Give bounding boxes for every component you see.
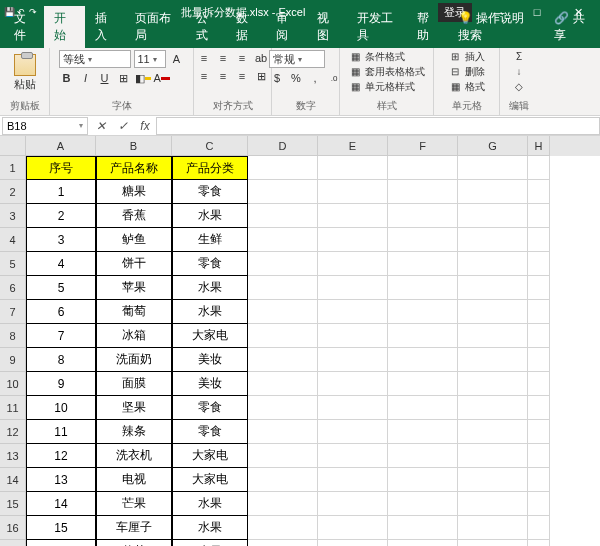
empty-cell[interactable]: [388, 396, 458, 420]
table-cell[interactable]: 9: [26, 372, 96, 396]
table-cell[interactable]: 11: [26, 420, 96, 444]
italic-button[interactable]: I: [78, 70, 94, 86]
table-cell[interactable]: 6: [26, 300, 96, 324]
empty-cell[interactable]: [318, 156, 388, 180]
row-header[interactable]: 17: [0, 540, 26, 546]
empty-cell[interactable]: [388, 156, 458, 180]
empty-cell[interactable]: [318, 180, 388, 204]
empty-cell[interactable]: [528, 420, 550, 444]
row-header[interactable]: 4: [0, 228, 26, 252]
autosum-button[interactable]: Σ: [512, 50, 526, 64]
table-cell[interactable]: 大家电: [172, 324, 248, 348]
paste-button[interactable]: 粘贴: [12, 50, 38, 92]
empty-cell[interactable]: [248, 300, 318, 324]
empty-cell[interactable]: [458, 324, 528, 348]
empty-cell[interactable]: [318, 372, 388, 396]
table-cell[interactable]: 14: [26, 492, 96, 516]
table-cell[interactable]: 坚果: [96, 396, 172, 420]
align-right-icon[interactable]: ≡: [234, 68, 250, 84]
empty-cell[interactable]: [388, 468, 458, 492]
currency-button[interactable]: $: [269, 70, 285, 86]
tab-home[interactable]: 开始: [44, 6, 84, 48]
empty-cell[interactable]: [388, 516, 458, 540]
table-cell[interactable]: 冰箱: [96, 324, 172, 348]
empty-cell[interactable]: [528, 540, 550, 546]
empty-cell[interactable]: [388, 372, 458, 396]
empty-cell[interactable]: [248, 468, 318, 492]
empty-cell[interactable]: [318, 252, 388, 276]
tab-developer[interactable]: 开发工具: [347, 6, 408, 48]
empty-cell[interactable]: [528, 372, 550, 396]
empty-cell[interactable]: [388, 252, 458, 276]
border-button[interactable]: ⊞: [116, 70, 132, 86]
empty-cell[interactable]: [528, 276, 550, 300]
empty-cell[interactable]: [318, 300, 388, 324]
empty-cell[interactable]: [458, 396, 528, 420]
table-cell[interactable]: 水果: [172, 540, 248, 546]
row-header[interactable]: 14: [0, 468, 26, 492]
empty-cell[interactable]: [318, 348, 388, 372]
table-cell[interactable]: 水果: [172, 300, 248, 324]
table-cell[interactable]: 1: [26, 180, 96, 204]
empty-cell[interactable]: [388, 492, 458, 516]
name-box[interactable]: B18▾: [2, 117, 88, 135]
table-cell[interactable]: 4: [26, 252, 96, 276]
table-cell[interactable]: 3: [26, 228, 96, 252]
select-all-button[interactable]: [0, 136, 26, 156]
empty-cell[interactable]: [248, 492, 318, 516]
empty-cell[interactable]: [248, 324, 318, 348]
table-cell[interactable]: 电视: [96, 468, 172, 492]
table-cell[interactable]: 水果: [172, 492, 248, 516]
empty-cell[interactable]: [318, 492, 388, 516]
percent-button[interactable]: %: [288, 70, 304, 86]
row-header[interactable]: 1: [0, 156, 26, 180]
table-cell[interactable]: 零食: [172, 396, 248, 420]
empty-cell[interactable]: [528, 516, 550, 540]
row-header[interactable]: 11: [0, 396, 26, 420]
empty-cell[interactable]: [318, 276, 388, 300]
tab-help[interactable]: 帮助: [407, 6, 447, 48]
wrap-text-button[interactable]: ab: [253, 50, 269, 66]
empty-cell[interactable]: [458, 228, 528, 252]
empty-cell[interactable]: [388, 228, 458, 252]
col-header-D[interactable]: D: [248, 136, 318, 156]
empty-cell[interactable]: [388, 324, 458, 348]
align-top-icon[interactable]: ≡: [196, 50, 212, 66]
empty-cell[interactable]: [388, 300, 458, 324]
empty-cell[interactable]: [458, 444, 528, 468]
comma-button[interactable]: ,: [307, 70, 323, 86]
row-header[interactable]: 8: [0, 324, 26, 348]
empty-cell[interactable]: [318, 420, 388, 444]
number-format-combo[interactable]: 常规▾: [269, 50, 325, 68]
table-header-cell[interactable]: 产品分类: [172, 156, 248, 180]
table-cell[interactable]: 16: [26, 540, 96, 546]
row-header[interactable]: 7: [0, 300, 26, 324]
merge-button[interactable]: ⊞: [253, 68, 269, 84]
col-header-B[interactable]: B: [96, 136, 172, 156]
conditional-format-button[interactable]: ▦条件格式: [348, 50, 425, 64]
empty-cell[interactable]: [318, 228, 388, 252]
empty-cell[interactable]: [318, 396, 388, 420]
tab-insert[interactable]: 插入: [85, 6, 125, 48]
cells-area[interactable]: 序号产品名称产品分类1糖果零食2香蕉水果3鲈鱼生鲜4饼干零食5苹果水果6葡萄水果…: [26, 156, 600, 546]
empty-cell[interactable]: [528, 396, 550, 420]
empty-cell[interactable]: [458, 252, 528, 276]
table-cell[interactable]: 大家电: [172, 468, 248, 492]
empty-cell[interactable]: [248, 156, 318, 180]
empty-cell[interactable]: [248, 516, 318, 540]
align-bot-icon[interactable]: ≡: [234, 50, 250, 66]
clear-button[interactable]: ◇: [512, 80, 526, 94]
font-size-combo[interactable]: 11▾: [134, 50, 166, 68]
empty-cell[interactable]: [458, 348, 528, 372]
tab-tell-me[interactable]: 💡 操作说明搜索: [448, 6, 544, 48]
tab-view[interactable]: 视图: [307, 6, 347, 48]
table-cell[interactable]: 美妆: [172, 372, 248, 396]
table-cell[interactable]: 大家电: [172, 444, 248, 468]
empty-cell[interactable]: [248, 444, 318, 468]
col-header-G[interactable]: G: [458, 136, 528, 156]
table-cell[interactable]: 8: [26, 348, 96, 372]
col-header-F[interactable]: F: [388, 136, 458, 156]
format-as-table-button[interactable]: ▦套用表格格式: [348, 65, 425, 79]
empty-cell[interactable]: [528, 492, 550, 516]
empty-cell[interactable]: [528, 300, 550, 324]
